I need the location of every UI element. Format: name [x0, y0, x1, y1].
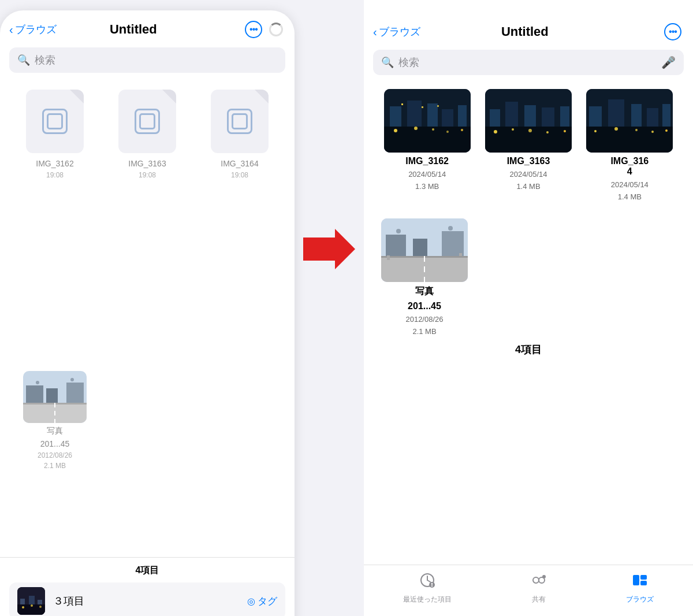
svg-rect-78 — [640, 575, 647, 580]
svg-point-8 — [70, 378, 74, 381]
svg-point-55 — [651, 131, 654, 133]
left-file-time-1: 19:08 — [46, 171, 64, 179]
right-search-bar[interactable]: 🔍 検索 🎤 — [373, 50, 684, 75]
svg-rect-36 — [505, 102, 518, 127]
left-photo-date: 2012/08/26 — [38, 451, 72, 459]
svg-rect-72 — [431, 583, 433, 585]
svg-point-27 — [432, 128, 434, 131]
svg-point-43 — [546, 131, 549, 133]
svg-point-14 — [22, 606, 24, 608]
svg-point-29 — [461, 129, 463, 131]
left-photo-name2: 201...45 — [40, 439, 70, 449]
left-photo-item[interactable]: 写真 201...45 2012/08/26 2.1 MB — [12, 371, 98, 551]
svg-rect-39 — [560, 106, 569, 127]
svg-rect-31 — [422, 106, 423, 108]
right-photo-date: 2012/08/26 — [405, 315, 443, 324]
left-search-placeholder: 検索 — [35, 53, 55, 67]
left-tag-button[interactable]: ◎ タグ — [247, 595, 277, 608]
right-panel: ‹ ブラウズ Untitled ••• 🔍 検索 🎤 — [364, 0, 693, 616]
left-files-grid: IMG_3162 19:08 IMG_3163 19:08 IMG_3164 1… — [0, 81, 295, 557]
svg-point-52 — [594, 130, 597, 132]
svg-point-26 — [414, 127, 418, 130]
right-file-item-3[interactable]: IMG_3164 2024/05/14 1.4 MB — [584, 89, 676, 201]
right-file-name-2: IMG_3163 — [507, 156, 550, 166]
right-tab-browse[interactable]: ブラウズ — [626, 572, 654, 604]
svg-point-76 — [542, 575, 546, 578]
svg-point-56 — [665, 129, 668, 132]
right-tab-shared-label: 共有 — [532, 595, 546, 604]
right-photo-name: 写真 — [415, 285, 434, 298]
right-tab-browse-icon — [632, 572, 648, 592]
svg-rect-48 — [608, 99, 624, 127]
left-file-item-3[interactable]: IMG_3164 19:08 — [196, 87, 283, 261]
right-photo-size: 2.1 MB — [412, 327, 436, 336]
right-more-dots-icon: ••• — [669, 27, 677, 36]
left-doc-inner-3 — [227, 109, 252, 134]
left-panel: ‹ ブラウズ Untitled ••• 🔍 検索 IMG_3162 19:08 — [0, 10, 295, 616]
left-doc-inner-2 — [135, 109, 160, 134]
left-file-name-1: IMG_3162 — [36, 158, 73, 169]
left-photo-size: 2.1 MB — [44, 462, 66, 470]
left-header-actions: ••• — [245, 21, 283, 38]
right-files-grid: IMG_3162 2024/05/14 1.3 MB — [364, 83, 693, 213]
left-doc-icon-2 — [118, 90, 176, 153]
svg-rect-22 — [427, 103, 438, 127]
left-search-bar[interactable]: 🔍 検索 — [9, 47, 285, 73]
svg-point-41 — [512, 128, 514, 131]
svg-rect-61 — [386, 235, 406, 256]
left-bottom-bar: 4項目 ３項目 ◎ タグ — [0, 557, 295, 616]
right-title: Untitled — [390, 24, 660, 39]
left-tag-icon: ◎ — [247, 596, 255, 607]
svg-rect-49 — [631, 104, 642, 127]
svg-rect-24 — [458, 105, 467, 127]
svg-rect-77 — [633, 575, 639, 585]
left-file-item-1[interactable]: IMG_3162 19:08 — [12, 87, 98, 261]
left-more-dots-icon: ••• — [249, 25, 258, 34]
svg-rect-34 — [485, 127, 572, 153]
svg-rect-12 — [29, 596, 35, 604]
left-file-icon-2 — [113, 87, 182, 156]
svg-point-44 — [564, 130, 566, 132]
right-header: ‹ ブラウズ Untitled ••• — [364, 0, 693, 46]
right-tab-recent[interactable]: 最近使った項目 — [403, 572, 452, 604]
right-file-item-2[interactable]: IMG_3163 2024/05/14 1.4 MB — [482, 89, 574, 201]
left-recent-thumb — [17, 587, 45, 615]
svg-rect-32 — [437, 105, 439, 107]
svg-point-16 — [39, 606, 42, 608]
left-tag-label: タグ — [258, 595, 277, 608]
right-tab-shared-icon — [531, 572, 547, 592]
right-search-icon: 🔍 — [381, 56, 394, 69]
svg-rect-47 — [589, 106, 602, 127]
svg-line-70 — [427, 580, 430, 582]
svg-point-42 — [528, 129, 532, 132]
arrow-container — [295, 0, 364, 616]
left-file-item-2[interactable]: IMG_3163 19:08 — [104, 87, 191, 261]
right-file-size-3: 1.4 MB — [618, 192, 642, 201]
right-photo-item[interactable]: 写真 201...45 2012/08/26 2.1 MB — [364, 213, 485, 336]
svg-rect-67 — [459, 253, 462, 256]
right-file-item-1[interactable]: IMG_3162 2024/05/14 1.3 MB — [381, 89, 473, 201]
right-tab-shared[interactable]: 共有 — [531, 572, 547, 604]
left-photo-thumb — [23, 371, 87, 423]
right-search-placeholder: 検索 — [398, 55, 419, 69]
left-file-icon-3 — [205, 87, 274, 156]
right-file-name-3: IMG_3164 — [610, 156, 649, 177]
svg-point-7 — [36, 381, 39, 384]
svg-point-54 — [635, 129, 638, 131]
svg-rect-13 — [38, 600, 42, 604]
right-file-date-2: 2024/05/14 — [509, 170, 547, 179]
svg-point-28 — [446, 131, 449, 133]
svg-rect-38 — [542, 107, 554, 127]
left-more-button[interactable]: ••• — [245, 21, 262, 38]
right-img-thumb-1 — [384, 89, 471, 153]
svg-rect-4 — [26, 385, 43, 403]
right-tab-recent-label: 最近使った項目 — [403, 595, 452, 604]
left-photo-name: 写真 — [47, 425, 63, 436]
left-loading-spinner — [269, 23, 283, 36]
right-tab-browse-label: ブラウズ — [626, 595, 654, 604]
right-more-button[interactable]: ••• — [664, 23, 681, 40]
svg-rect-30 — [401, 103, 403, 105]
left-recent-bar[interactable]: ３項目 ◎ タグ — [9, 582, 285, 616]
svg-rect-79 — [640, 581, 647, 585]
svg-rect-62 — [442, 231, 464, 256]
